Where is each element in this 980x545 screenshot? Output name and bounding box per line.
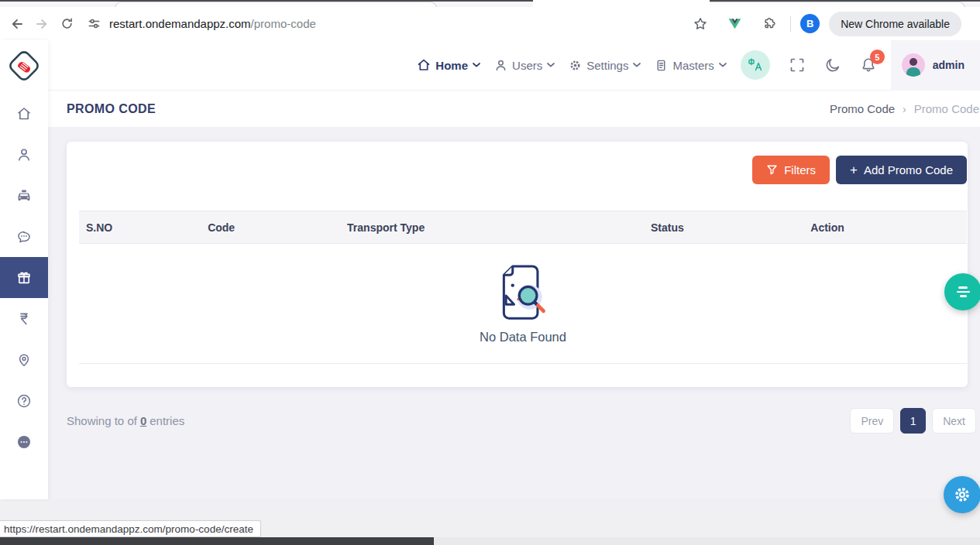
plus-icon: + <box>850 163 858 177</box>
menu-label: Home <box>435 59 468 72</box>
taxi-icon <box>16 188 32 204</box>
url-path: /promo-code <box>251 17 316 30</box>
column-header-status: Status <box>651 221 810 234</box>
reload-icon[interactable] <box>54 12 79 36</box>
filter-lines-icon <box>958 286 968 289</box>
back-icon[interactable] <box>5 12 29 36</box>
page-header: PROMO CODE Promo Code › Promo Code <box>48 91 980 127</box>
filters-button[interactable]: Filters <box>752 156 830 184</box>
bookmark-star-icon[interactable] <box>688 12 713 36</box>
tab-strip <box>0 0 980 7</box>
active-tab[interactable] <box>533 0 710 7</box>
breadcrumb-separator-icon: › <box>903 103 906 115</box>
browser-menu-icon[interactable]: ⋮ <box>971 16 975 31</box>
chevron-down-icon <box>473 63 480 67</box>
promo-code-card: Filters + Add Promo Code S.NO Code Trans… <box>67 142 968 387</box>
add-promo-code-label: Add Promo Code <box>864 163 953 177</box>
add-promo-code-button[interactable]: + Add Promo Code <box>836 156 967 184</box>
menu-masters[interactable]: Masters <box>655 59 726 72</box>
user-avatar <box>902 53 925 77</box>
chevron-down-icon <box>633 63 641 67</box>
chrome-update-button[interactable]: New Chrome available <box>829 12 961 36</box>
page-1-button[interactable]: 1 <box>900 408 926 434</box>
theme-settings-fab[interactable] <box>944 476 980 513</box>
pagination: Prev 1 Next <box>850 408 976 434</box>
gift-icon <box>16 270 32 286</box>
sidebar-item-help[interactable] <box>0 380 48 421</box>
vue-devtools-icon[interactable] <box>722 12 747 36</box>
gear-icon <box>569 59 582 72</box>
browser-chrome: restart.ondemandappz.com/promo-code B Ne… <box>0 0 980 40</box>
more-dots-icon <box>16 434 32 450</box>
fullscreen-icon[interactable] <box>789 57 806 74</box>
sidebar-item-payments[interactable] <box>0 298 48 339</box>
sidebar-item-chat[interactable] <box>0 216 48 257</box>
page-title: PROMO CODE <box>67 102 156 116</box>
home-icon <box>16 106 32 122</box>
column-header-sno: S.NO <box>79 221 208 234</box>
breadcrumb: Promo Code › Promo Code <box>830 102 979 115</box>
sidebar-item-promo-code[interactable] <box>0 257 48 298</box>
forward-icon <box>29 12 54 36</box>
menu-home[interactable]: Home <box>417 58 480 72</box>
menu-label: Masters <box>672 59 714 72</box>
gear-icon <box>952 485 972 505</box>
chat-icon <box>16 229 32 245</box>
empty-state: No Data Found <box>79 244 967 364</box>
next-page-button[interactable]: Next <box>932 408 976 434</box>
dark-mode-moon-icon[interactable] <box>824 57 841 74</box>
sidebar-item-home[interactable] <box>0 93 48 134</box>
url-text[interactable]: restart.ondemandappz.com/promo-code <box>109 17 316 30</box>
translate-icon[interactable] <box>741 50 770 80</box>
prev-page-button[interactable]: Prev <box>850 408 894 434</box>
window-edge <box>0 0 533 2</box>
window-edge-light <box>434 537 980 545</box>
user-icon <box>494 59 507 72</box>
column-header-transport-type: Transport Type <box>347 221 651 234</box>
app-navbar: Home Users Settings Masters <box>48 40 980 91</box>
user-name: admin <box>933 59 965 71</box>
site-settings-icon[interactable] <box>87 16 101 31</box>
menu-label: Settings <box>586 59 628 72</box>
sidebar-item-locations[interactable] <box>0 339 48 380</box>
empty-state-text: No Data Found <box>480 330 566 344</box>
menu-settings[interactable]: Settings <box>569 59 641 72</box>
column-header-code: Code <box>208 221 347 234</box>
menu-label: Users <box>512 59 542 72</box>
sidebar-item-rides[interactable] <box>0 175 48 216</box>
profile-avatar[interactable]: B <box>800 14 820 33</box>
extensions-puzzle-icon[interactable] <box>756 12 781 36</box>
status-bar-link: https://restart.ondemandappz.com/promo-c… <box>0 520 261 537</box>
sidebar <box>0 40 48 499</box>
table-header-row: S.NO Code Transport Type Status Action <box>79 211 967 244</box>
no-data-illustration <box>495 262 551 324</box>
column-header-action: Action <box>810 221 967 234</box>
user-menu[interactable]: admin <box>891 40 980 91</box>
app-logo[interactable] <box>5 47 43 84</box>
funnel-icon <box>766 164 778 176</box>
chevron-down-icon <box>719 63 727 67</box>
window-edge <box>710 0 980 2</box>
user-icon <box>16 147 32 163</box>
breadcrumb-current: Promo Code <box>914 102 979 115</box>
home-icon <box>417 58 431 72</box>
notifications-bell-icon[interactable]: 5 <box>860 57 877 74</box>
quick-filter-fab[interactable] <box>944 273 980 310</box>
content-area: Filters + Add Promo Code S.NO Code Trans… <box>48 127 980 499</box>
browser-toolbar: restart.ondemandappz.com/promo-code B Ne… <box>0 7 980 40</box>
chevron-down-icon <box>547 63 555 67</box>
entries-summary: Showing to of0entries <box>67 414 184 427</box>
location-pin-icon <box>16 352 32 368</box>
entries-count: 0 <box>140 414 146 427</box>
breadcrumb-parent[interactable]: Promo Code <box>830 102 895 115</box>
menu-users[interactable]: Users <box>494 59 555 72</box>
sidebar-item-more[interactable] <box>0 421 48 462</box>
address-bar[interactable]: restart.ondemandappz.com/promo-code <box>87 16 688 31</box>
filters-label: Filters <box>784 163 816 177</box>
sidebar-item-users[interactable] <box>0 134 48 175</box>
help-icon <box>16 393 32 409</box>
notification-badge: 5 <box>870 50 885 64</box>
toolbar-divider <box>790 16 791 32</box>
document-icon <box>655 59 668 72</box>
window-edge <box>0 537 434 545</box>
